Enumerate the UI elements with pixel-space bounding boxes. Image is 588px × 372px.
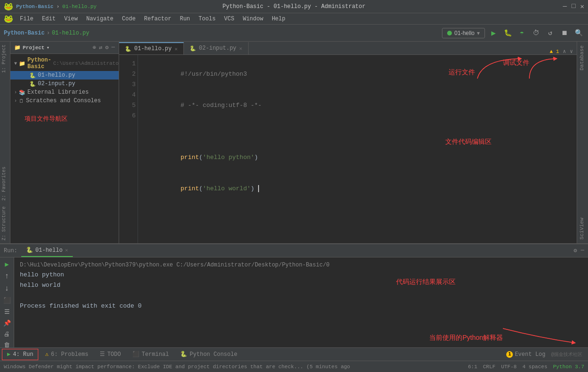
annotation-interpreter-label: 当前使用的Python解释器: [429, 332, 503, 343]
event-badge: 1: [506, 351, 513, 358]
minimize-button[interactable]: —: [563, 2, 567, 10]
run-sort-button[interactable]: ⬛: [2, 297, 12, 304]
sidebar-item-project[interactable]: 1: Project: [0, 42, 10, 76]
menu-item-help[interactable]: Help: [268, 15, 289, 23]
bottombar-terminal-icon: ⬛: [132, 351, 139, 358]
bottombar-tab-todo[interactable]: ☰ TODO: [95, 349, 126, 360]
panel-toggle-button[interactable]: ⇄: [99, 44, 102, 51]
run-rerun-button[interactable]: ▶: [2, 260, 12, 268]
profile-button[interactable]: ⏱: [530, 27, 542, 39]
run-scroll-down[interactable]: ↓: [2, 284, 12, 293]
project-panel-header: 📁 Project ▾ ⊕ ⇄ ⚙ —: [10, 42, 119, 54]
search-everywhere-button[interactable]: 🔍: [573, 27, 584, 39]
project-icon: 📁: [14, 44, 21, 51]
status-cursor: 6:1: [468, 364, 477, 370]
bottombar-tab-pyconsole[interactable]: 🐍 Python Console: [175, 349, 242, 360]
coverage-button[interactable]: ☂: [516, 27, 527, 39]
toolbar: Python-Basic › 01-hello.py 01-hello ▾ ▶ …: [0, 25, 588, 42]
tab-hello-close[interactable]: ✕: [174, 46, 178, 52]
menu-item-window[interactable]: Window: [239, 15, 267, 23]
run-tab-close[interactable]: ✕: [65, 247, 68, 253]
status-encoding: UTF-8: [501, 364, 517, 370]
run-button[interactable]: ▶: [488, 27, 499, 39]
menu-item-vcs[interactable]: VCS: [220, 15, 238, 23]
project-dropdown-icon[interactable]: ▾: [46, 44, 50, 51]
menu-item-view[interactable]: View: [61, 15, 82, 23]
run-pin-button[interactable]: 📌: [2, 319, 12, 327]
tree-arrow3: ›: [14, 98, 17, 104]
menu-item-run[interactable]: Run: [176, 15, 194, 23]
panel-add-button[interactable]: ⊕: [93, 44, 96, 51]
bottom-panel: Run: 🐍 01-hello ✕ ⚙ — ▶ ↑ ↓ ⬛ ☰ 📌 🖨 🗑 D:…: [0, 243, 588, 347]
menu-item-edit[interactable]: Edit: [38, 15, 60, 23]
run-delete-button[interactable]: 🗑: [2, 342, 12, 347]
cursor: [254, 185, 259, 192]
tab-input-icon: 🐍: [190, 45, 196, 52]
app-logo: 🐸: [4, 2, 13, 11]
bottombar-tab-problems[interactable]: ⚠ 6: Problems: [40, 349, 93, 360]
run-print-button[interactable]: 🖨: [2, 331, 12, 338]
run-tab-icon: 🐍: [26, 247, 33, 254]
event-log-label: Event Log: [515, 351, 545, 358]
print1-paren-open: (: [199, 154, 203, 161]
tab-input[interactable]: 🐍 02-input.py ✕: [184, 42, 249, 54]
toolbar-right: 01-hello ▾ ▶ 🐛 ☂ ⏱ ↺ ⏹ 🔍: [442, 27, 584, 39]
run-list-button[interactable]: ☰: [2, 308, 12, 316]
stop-button[interactable]: ⏹: [559, 27, 570, 39]
bottombar: ▶ 4: Run ⚠ 6: Problems ☰ TODO ⬛ Terminal…: [0, 347, 588, 361]
menu-item-navigate[interactable]: Navigate: [82, 15, 117, 23]
tree-item-pythonbasic[interactable]: ▼ 📁 Python-Basic C:\Users\Administrator: [10, 56, 119, 71]
titlebar-left: 🐸 Python-Basic › 01-hello.py: [4, 2, 96, 11]
app-logo-menu: 🐸: [4, 14, 13, 24]
bottombar-tab-terminal[interactable]: ⬛ Terminal: [128, 349, 174, 360]
titlebar-breadcrumb-project: Python-Basic: [16, 4, 53, 9]
print1-func: print: [181, 154, 199, 161]
menu-item-refactor[interactable]: Refactor: [140, 15, 175, 23]
sidebar-sciview[interactable]: SciView: [577, 214, 588, 243]
event-log[interactable]: 1 Event Log @掘金技术社区: [506, 351, 586, 358]
tab-hello[interactable]: 🐍 01-hello.py ✕: [119, 42, 184, 54]
left-strip: 1: Project 2: Favorites Z: Structure: [0, 42, 10, 243]
debug-button[interactable]: 🐛: [502, 27, 513, 39]
tab-hello-label: 01-hello.py: [134, 45, 172, 52]
toolbar-project: Python-Basic: [4, 30, 44, 36]
panel-settings-button[interactable]: ⚙: [105, 44, 109, 51]
tree-item-input[interactable]: 🐍 02-input.py: [10, 80, 119, 88]
menu-item-code[interactable]: Code: [118, 15, 139, 23]
editor-nav-up[interactable]: ∧: [563, 48, 566, 54]
tree-label-scratches: Scratches and Consoles: [26, 97, 101, 104]
editor-area: 🐍 01-hello.py ✕ 🐍 02-input.py ✕ ▲ 1 ∧ ∨ …: [119, 42, 577, 243]
bottombar-todo-label: TODO: [107, 351, 121, 358]
maximize-button[interactable]: □: [571, 2, 575, 10]
annotation-result-label: 代码运行结果展示区: [396, 276, 456, 287]
menu-item-file[interactable]: File: [16, 15, 37, 23]
tree-label-extlibs: External Libraries: [27, 89, 89, 96]
tree-item-scratches[interactable]: › 🗒 Scratches and Consoles: [10, 97, 119, 105]
tree-item-extlibs[interactable]: › 📚 External Libraries: [10, 88, 119, 97]
titlebar-window-controls: — □ ✕: [563, 2, 584, 10]
panel-actions: ⊕ ⇄ ⚙ —: [93, 44, 115, 51]
line-num-4: 4: [121, 90, 136, 100]
project-panel-title: 📁 Project ▾: [14, 44, 50, 51]
tree-path: C:\Users\Administrator: [53, 61, 119, 66]
run-scroll-up[interactable]: ↑: [2, 272, 12, 281]
bottombar-tab-run[interactable]: ▶ 4: Run: [2, 349, 38, 360]
tab-input-close[interactable]: ✕: [239, 45, 242, 52]
run-settings-icon[interactable]: ⚙: [574, 247, 577, 254]
rerun-button[interactable]: ↺: [545, 27, 556, 39]
run-minimize-icon[interactable]: —: [581, 247, 584, 254]
editor-nav-down[interactable]: ∨: [570, 48, 573, 54]
run-tab-hello[interactable]: 🐍 01-hello ✕: [21, 245, 73, 257]
juejin-watermark: @掘金技术社区: [551, 351, 582, 358]
run-config-button[interactable]: 01-hello ▾: [442, 28, 485, 38]
close-button[interactable]: ✕: [580, 2, 584, 10]
code-area[interactable]: #!/usr/bin/python3 # -*- coding:utf-8 -*…: [138, 55, 577, 243]
sidebar-database[interactable]: Database: [577, 42, 588, 74]
tree-label-hello: 01-hello.py: [38, 72, 75, 79]
print2-string: 'hello world': [203, 185, 251, 192]
tree-item-hello[interactable]: 🐍 01-hello.py: [10, 71, 119, 80]
panel-close-button[interactable]: —: [112, 44, 115, 51]
sidebar-item-favorites[interactable]: 2: Favorites: [0, 164, 10, 204]
menu-item-tools[interactable]: Tools: [195, 15, 219, 23]
sidebar-item-structure[interactable]: Z: Structure: [0, 204, 10, 243]
